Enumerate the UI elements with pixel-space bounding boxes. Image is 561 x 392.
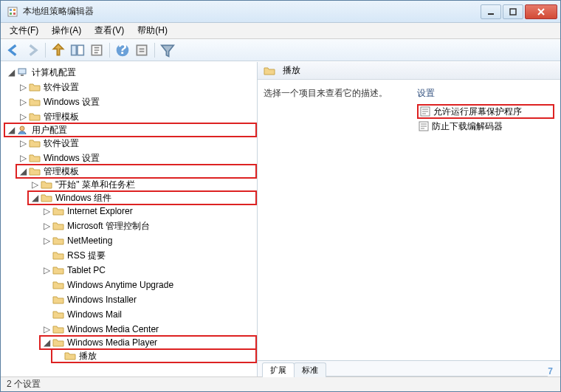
expand-icon[interactable]: ▷ — [42, 207, 51, 216]
tree-node-user-admin-templates[interactable]: ◢管理模板 — [16, 164, 257, 179]
folder-icon — [29, 82, 41, 92]
filter-button[interactable] — [159, 42, 176, 58]
content-area: ◢ 计算机配置 ▷软件设置 ▷Windows 设置 ▷管理模板 ◢ — [1, 61, 560, 376]
menu-file[interactable]: 文件(F) — [4, 23, 44, 38]
svg-rect-1 — [10, 9, 12, 11]
user-icon — [17, 125, 29, 135]
policy-icon — [420, 106, 430, 117]
tree-label: Windows Media Center — [67, 324, 159, 334]
setting-allow-screensaver[interactable]: 允许运行屏幕保护程序 — [417, 104, 554, 119]
tree-node-windows-components[interactable]: ◢Windows 组件 — [27, 190, 257, 205]
collapse-icon[interactable]: ◢ — [18, 167, 27, 176]
tree-label: Windows 设置 — [44, 152, 100, 165]
tree-label: 用户配置 — [32, 124, 67, 137]
back-button[interactable] — [5, 42, 21, 58]
show-hide-tree-button[interactable] — [69, 42, 86, 58]
svg-rect-9 — [72, 45, 77, 55]
collapse-icon[interactable]: ◢ — [42, 338, 51, 347]
folder-icon — [52, 235, 64, 246]
up-button[interactable] — [50, 42, 66, 58]
expand-icon[interactable]: ▷ — [42, 236, 51, 245]
tree-node-wmp[interactable]: ◢Windows Media Player — [39, 335, 257, 350]
maximize-button[interactable] — [503, 4, 523, 19]
collapse-icon[interactable]: ◢ — [30, 193, 39, 202]
forward-button[interactable] — [24, 42, 41, 58]
menubar: 文件(F) 操作(A) 查看(V) 帮助(H) — [1, 23, 560, 39]
window-title: 本地组策略编辑器 — [23, 5, 481, 18]
setting-label: 允许运行屏幕保护程序 — [433, 106, 522, 118]
tree-label: "开始" 菜单和任务栏 — [55, 179, 135, 191]
properties-button[interactable] — [134, 42, 150, 58]
folder-icon — [52, 324, 64, 334]
folder-icon — [41, 179, 52, 190]
tab-standard[interactable]: 标准 — [294, 362, 326, 377]
tree-node-user-config[interactable]: ◢ 用户配置 — [4, 123, 257, 137]
settings-header: 设置 — [417, 87, 554, 100]
tree-label: 管理模板 — [44, 111, 79, 123]
tree-node-mail[interactable]: ▷Windows Mail — [39, 307, 257, 322]
collapse-icon[interactable]: ◢ — [7, 68, 16, 77]
expand-icon[interactable]: ▷ — [18, 154, 27, 162]
tree-node-startmenu[interactable]: ▷"开始" 菜单和任务栏 — [27, 177, 257, 192]
tree-label: Windows 组件 — [55, 192, 111, 204]
tree-label: Windows 设置 — [44, 96, 100, 109]
description-text: 选择一个项目来查看它的描述。 — [264, 87, 411, 100]
svg-rect-6 — [510, 9, 516, 15]
minimize-button[interactable] — [481, 4, 501, 19]
close-button[interactable] — [525, 4, 557, 19]
window-buttons — [481, 4, 557, 19]
app-window: 本地组策略编辑器 文件(F) 操作(A) 查看(V) 帮助(H) ? — [0, 0, 561, 392]
svg-rect-17 — [18, 69, 26, 74]
expand-icon[interactable]: ▷ — [18, 112, 27, 121]
tree-node-computer-config[interactable]: ◢ 计算机配置 — [4, 65, 257, 80]
folder-icon — [52, 250, 64, 261]
expand-icon[interactable]: ▷ — [18, 139, 27, 148]
tree-node-user-software[interactable]: ▷软件设置 — [16, 136, 257, 151]
folder-icon — [29, 153, 41, 163]
tree-node-installer[interactable]: ▷Windows Installer — [39, 292, 257, 307]
tree-node-playback[interactable]: ▷播放 — [51, 348, 257, 363]
tree-node-user-windows[interactable]: ▷Windows 设置 — [16, 151, 257, 165]
folder-icon — [52, 265, 64, 275]
tree-node-rss[interactable]: ▷RSS 提要 — [39, 248, 257, 263]
menu-view[interactable]: 查看(V) — [89, 23, 130, 38]
menu-help[interactable]: 帮助(H) — [131, 23, 173, 38]
tab-spacer — [326, 361, 548, 376]
tree-node-netmeeting[interactable]: ▷NetMeeting — [39, 233, 257, 248]
tree-node-mediacenter[interactable]: ▷Windows Media Center — [39, 322, 257, 337]
export-button[interactable] — [89, 42, 105, 58]
tree-label: 管理模板 — [44, 165, 79, 178]
expand-icon[interactable]: ▷ — [18, 97, 27, 106]
folder-icon — [29, 138, 41, 148]
tree-pane[interactable]: ◢ 计算机配置 ▷软件设置 ▷Windows 设置 ▷管理模板 ◢ — [1, 62, 258, 376]
expand-icon[interactable]: ▷ — [18, 83, 27, 92]
tree-node-tablet[interactable]: ▷Tablet PC — [39, 263, 257, 278]
tree-label: 播放 — [79, 350, 97, 362]
tree-label: Windows Mail — [67, 309, 122, 320]
menu-action[interactable]: 操作(A) — [46, 23, 87, 38]
expand-icon[interactable]: ▷ — [42, 221, 51, 230]
tree-label: 软件设置 — [44, 137, 79, 150]
tab-extended[interactable]: 扩展 — [262, 362, 295, 377]
tree-node-ie[interactable]: ▷Internet Explorer — [39, 204, 257, 219]
collapse-icon[interactable]: ◢ — [7, 125, 16, 134]
tree-node-admin-templates[interactable]: ▷管理模板 — [16, 109, 257, 124]
toolbar-separator — [109, 43, 110, 58]
expand-icon[interactable]: ▷ — [42, 325, 51, 334]
setting-prevent-codec[interactable]: 防止下载编解码器 — [417, 119, 554, 134]
folder-icon — [52, 337, 64, 348]
help-button[interactable]: ? — [114, 42, 131, 58]
tree-node-mmc[interactable]: ▷Microsoft 管理控制台 — [39, 219, 257, 233]
folder-icon — [264, 66, 275, 76]
expand-icon[interactable]: ▷ — [30, 180, 39, 189]
tree-label: NetMeeting — [67, 235, 112, 246]
svg-text:?: ? — [118, 43, 127, 57]
tree-node-software-settings[interactable]: ▷软件设置 — [16, 80, 257, 94]
app-icon — [7, 6, 18, 18]
tree-node-windows-settings[interactable]: ▷Windows 设置 — [16, 94, 257, 109]
tree-label: Windows Installer — [67, 295, 137, 305]
expand-icon[interactable]: ▷ — [42, 266, 51, 275]
toolbar: ? — [1, 39, 560, 61]
details-body: 选择一个项目来查看它的描述。 设置 允许运行屏幕保护程序 防止下载编解码器 — [258, 80, 560, 360]
tree-node-anytime[interactable]: ▷Windows Anytime Upgrade — [39, 278, 257, 292]
